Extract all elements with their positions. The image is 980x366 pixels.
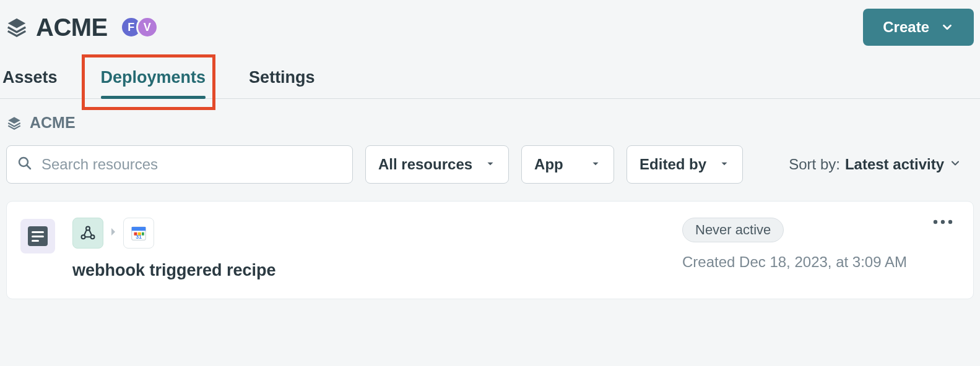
svg-point-3 [91,235,95,239]
svg-text:31: 31 [136,234,142,240]
search-input[interactable] [6,145,353,184]
layers-icon [6,115,22,131]
chevron-down-icon [940,20,954,34]
tab-assets[interactable]: Assets [2,54,58,98]
filter-all-resources-label: All resources [378,156,472,173]
resource-title: webhook triggered recipe [72,261,665,280]
svg-rect-9 [142,232,144,236]
breadcrumb: ACME [0,99,980,140]
brand-cluster: ACME F V [5,14,158,41]
avatars: F V [120,16,158,38]
tabs: Assets Deployments Settings [0,54,980,99]
avatar-v[interactable]: V [136,16,158,38]
service-icons: 31 [72,218,665,249]
more-options-button[interactable] [929,215,957,229]
caret-down-icon [485,156,496,173]
recipe-type-icon [20,219,55,253]
google-calendar-icon: 31 [123,218,154,249]
sort-by[interactable]: Sort by: Latest activity [789,156,974,173]
svg-point-2 [82,235,85,239]
svg-point-12 [941,220,945,224]
svg-rect-6 [132,227,146,231]
search-wrap [6,145,353,184]
resource-card[interactable]: 31 webhook triggered recipe Never active… [6,201,974,299]
sort-by-value: Latest activity [845,156,944,173]
card-right: Never active Created Dec 18, 2023, at 3:… [682,218,955,271]
arrow-right-icon [110,227,117,239]
search-icon [17,156,32,173]
filter-app[interactable]: App [521,145,614,184]
brand-name[interactable]: ACME [5,14,108,41]
tab-settings[interactable]: Settings [249,54,315,98]
card-main: 31 webhook triggered recipe [72,218,665,280]
created-timestamp: Created Dec 18, 2023, at 3:09 AM [682,253,907,271]
svg-point-13 [948,220,952,224]
breadcrumb-label[interactable]: ACME [30,114,76,132]
svg-point-11 [934,220,937,224]
caret-down-icon [590,156,601,173]
layers-icon [5,15,28,39]
more-horizontal-icon [932,219,953,225]
chevron-down-icon [949,156,961,173]
filter-all-resources[interactable]: All resources [365,145,509,184]
caret-down-icon [719,156,730,173]
status-badge: Never active [682,218,784,242]
create-button[interactable]: Create [863,9,974,46]
document-icon [28,226,48,246]
brand-text: ACME [36,14,108,41]
sort-by-label: Sort by: [789,156,840,173]
filter-edited-by[interactable]: Edited by [627,145,743,184]
filter-edited-by-label: Edited by [640,156,706,173]
filters-row: All resources App Edited by Sort by: Lat… [0,140,980,194]
svg-line-1 [27,165,30,169]
header: ACME F V Create [0,0,980,54]
webhook-icon [72,218,103,249]
tab-deployments[interactable]: Deployments [101,54,206,98]
create-button-label: Create [883,19,929,36]
filter-app-label: App [534,156,563,173]
